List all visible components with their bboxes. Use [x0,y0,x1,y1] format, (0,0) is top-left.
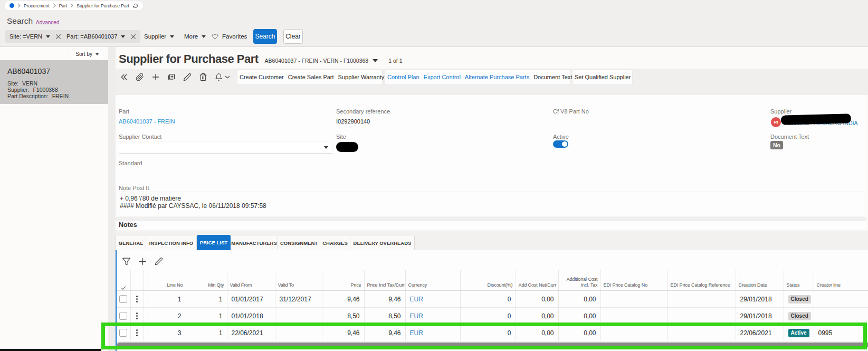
active-toggle[interactable] [553,140,568,148]
row-menu-cell[interactable] [130,308,144,325]
add-row-icon[interactable] [138,257,147,266]
remove-filter-icon[interactable] [130,34,136,40]
column-header[interactable]: Add Cost Net/Curr [516,270,558,291]
tab-manufacturers[interactable]: MANUFACTURERS [231,236,278,250]
row-checkbox[interactable] [119,295,127,303]
redaction-strip [0,349,101,351]
column-header[interactable]: Valid From [227,270,275,291]
horizontal-scrollbar[interactable] [117,342,868,348]
create-sales-part-button[interactable]: Create Sales Part [286,70,336,84]
column-header[interactable]: Price [322,270,364,291]
kebab-menu-icon[interactable] [136,329,138,336]
clear-button[interactable]: Clear [283,29,303,44]
tab-delivery-overheads[interactable]: DELIVERY OVERHEADS [350,236,415,250]
delete-icon[interactable] [199,73,207,81]
refresh-icon[interactable] [133,3,138,8]
cell-creator-line [814,308,868,325]
dropdown-label: Supplier [144,33,166,40]
tab-inspection-info[interactable]: INSPECTION INFO [146,236,197,250]
chevron-down-icon [170,35,174,38]
attachment-icon[interactable] [136,73,144,81]
table-row-2[interactable]: 2 1 01/01/2018 8,50 8,50 EUR 0 0,00 0,00… [117,308,868,325]
table-row-3[interactable]: 3 1 22/06/2021 9,46 9,46 EUR 0 0,00 0,00… [117,325,868,341]
column-header[interactable]: Price Incl Tax/Curr [364,270,405,291]
column-header[interactable]: Min Qty [186,270,227,291]
create-customer-button[interactable]: Create Customer [237,70,286,84]
column-header[interactable]: EDI Price Catalog Reference [667,270,736,291]
column-header[interactable]: EDI Price Catalog No [600,270,667,291]
row-menu-cell[interactable] [130,325,144,341]
row-checkbox-cell[interactable] [117,325,130,341]
column-header[interactable]: Creation Date [736,270,784,291]
tab-general[interactable]: GENERAL [116,236,146,250]
supplier-contact-input[interactable] [119,141,332,154]
row-checkbox[interactable] [119,329,127,337]
kebab-menu-icon[interactable] [136,296,138,302]
kebab-menu-icon[interactable] [136,312,138,319]
note-post-it-field[interactable]: + 0,96 \'80 de matière #### Modifié par … [117,192,864,216]
search-button[interactable]: Search [253,29,277,44]
document-text-badge[interactable]: No [770,141,783,149]
record-selector[interactable]: AB60401037 - FREIN - VERN - F1000368 [265,58,378,64]
add-icon[interactable] [151,73,160,81]
row-checkbox-cell[interactable] [117,308,130,325]
cell-price: 9,46 [322,325,364,341]
cell-creation-date: 22/06/2021 [736,325,784,341]
cf-v8-part-no-label: Cf V8 Part No [553,108,589,115]
breadcrumb-item-part[interactable]: Part [59,3,68,8]
chevron-down-icon[interactable] [46,35,50,38]
cell-creation-date: 29/01/2018 [736,291,784,308]
part-link[interactable]: AB60401037 - FREIN [119,118,175,125]
table-row-1[interactable]: 1 1 01/01/2017 31/12/2017 9,46 9,46 EUR … [117,291,868,308]
scrollbar-thumb[interactable] [117,343,868,347]
column-header[interactable]: Valid To [275,270,322,291]
select-all-check-icon[interactable] [117,270,130,291]
tab-price-list[interactable]: PRICE LIST [197,235,231,250]
document-text-button[interactable]: Document Text [531,70,574,84]
supplier-filter-dropdown[interactable]: Supplier [144,30,174,43]
currency-link[interactable]: EUR [410,312,423,320]
site-label: Site [336,134,346,140]
row-menu-cell[interactable] [130,291,144,308]
column-header[interactable]: Status [784,270,814,291]
filter-chip-site[interactable]: Site: =VERN [5,30,65,43]
supplier-warranty-button[interactable]: Supplier Warranty [336,70,387,84]
remove-filter-icon[interactable] [55,34,61,40]
edit-icon[interactable] [183,73,192,81]
export-control-button[interactable]: Export Control [422,70,463,84]
currency-link[interactable]: EUR [410,329,423,337]
tab-consignment[interactable]: CONSIGNMENT [278,236,320,250]
notifications-icon[interactable] [215,73,223,81]
record-card-selected[interactable]: AB60401037 Site:VERN Supplier:F1000368 P… [0,60,108,104]
favorites-button[interactable]: Favorites [212,30,247,43]
filter-chip-part[interactable]: Part: =AB60401037 [62,30,140,43]
filter-icon[interactable] [122,257,131,266]
duplicate-icon[interactable] [167,73,176,81]
column-header[interactable]: Discount(%) [460,270,516,291]
advanced-search-link[interactable]: Advanced [36,20,59,25]
more-filter-dropdown[interactable]: More [184,30,206,43]
row-checkbox[interactable] [119,312,127,320]
control-plan-button[interactable]: Control Plan [385,70,422,84]
sort-by-dropdown[interactable]: Sort by [71,50,103,58]
table-header-row: Line No Min Qty Valid From Valid To Pric… [117,270,868,291]
column-header[interactable]: Additional Cost Incl. Tax [558,270,600,291]
breadcrumb-item-procurement[interactable]: Procurement [24,3,50,8]
chevron-down-icon[interactable] [225,75,230,79]
home-dot-icon[interactable] [9,3,14,8]
document-text-label: Document Text [770,134,809,140]
column-header[interactable]: Currency [405,270,460,291]
column-header[interactable]: Line No [144,270,186,291]
currency-link[interactable]: EUR [410,296,423,303]
collapse-left-icon[interactable] [120,73,128,81]
row-checkbox-cell[interactable] [117,291,130,308]
sort-by-label: Sort by [75,51,92,57]
chevron-down-icon[interactable] [121,35,125,38]
tab-charges[interactable]: CHARGES [320,236,350,250]
cell-min-qty: 1 [186,308,227,325]
column-header[interactable]: Creator line [814,270,868,291]
edit-row-icon[interactable] [155,257,164,266]
cell-price-incl: 8,50 [364,308,405,325]
set-qualified-supplier-button[interactable]: Set Qualified Supplier [573,70,633,84]
alternate-purchase-parts-button[interactable]: Alternate Purchase Parts [463,70,531,84]
